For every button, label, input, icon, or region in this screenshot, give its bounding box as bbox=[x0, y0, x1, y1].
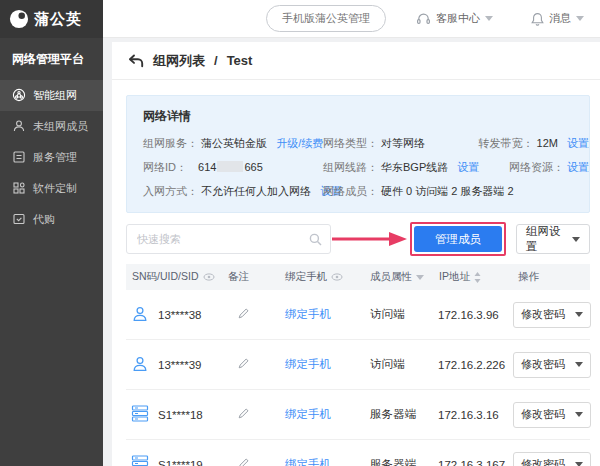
edit-note-icon[interactable] bbox=[238, 458, 249, 466]
sidebar-item-smart-network[interactable]: 智能组网 bbox=[0, 80, 103, 111]
edit-note-icon[interactable] bbox=[238, 408, 249, 419]
sidebar-item-software-customization[interactable]: 软件定制 bbox=[0, 173, 103, 204]
annotation-red-box: 管理成员 bbox=[410, 222, 506, 256]
member-user-icon bbox=[131, 355, 149, 375]
member-ip: 172.16.3.96 bbox=[438, 309, 499, 321]
breadcrumb-separator: / bbox=[214, 53, 218, 68]
field-network-id: 网络ID： 614665 bbox=[143, 160, 323, 175]
member-sn: S1****18 bbox=[158, 409, 203, 421]
member-attribute: 访问端 bbox=[370, 308, 405, 320]
member-server-icon bbox=[131, 405, 149, 424]
bind-phone-link[interactable]: 绑定手机 bbox=[285, 308, 331, 320]
breadcrumb-list-link[interactable]: 组网列表 bbox=[153, 52, 205, 70]
headset-icon bbox=[416, 12, 431, 26]
bind-phone-link[interactable]: 绑定手机 bbox=[285, 358, 331, 370]
messages-label: 消息 bbox=[549, 11, 571, 26]
field-network-resource: 网络资源： 设置 bbox=[509, 160, 589, 175]
person-icon bbox=[12, 119, 26, 135]
grid-icon bbox=[12, 181, 26, 197]
change-password-button[interactable]: 修改密码 bbox=[513, 402, 591, 428]
change-password-button[interactable]: 修改密码 bbox=[513, 302, 591, 328]
toolbar: 管理成员 组网设置 bbox=[126, 223, 590, 255]
field-join-method: 入网方式： 不允许任何人加入网络 设置 bbox=[143, 184, 323, 199]
support-center-menu[interactable]: 客服中心 bbox=[416, 11, 493, 26]
table-header: SN码/UID/SID 备注 绑定手机 成员属性 bbox=[126, 264, 590, 290]
column-sn: SN码/UID/SID bbox=[132, 270, 199, 284]
member-ip: 172.16.2.226 bbox=[438, 359, 505, 371]
change-password-button[interactable]: 修改密码 bbox=[513, 452, 591, 466]
network-settings-dropdown[interactable]: 组网设置 bbox=[516, 224, 590, 254]
member-attribute: 服务器端 bbox=[370, 408, 416, 420]
app-window: 蒲公英 网络管理平台 智能组网 未组网成员 服务管理 bbox=[0, 0, 600, 466]
breadcrumb: 组网列表 / Test bbox=[112, 42, 600, 80]
bind-phone-link[interactable]: 绑定手机 bbox=[285, 408, 331, 420]
field-network-type: 网络类型： 对等网络 bbox=[323, 136, 478, 151]
sidebar-item-purchasing[interactable]: 代购 bbox=[0, 204, 103, 235]
column-note: 备注 bbox=[228, 270, 249, 284]
member-attribute: 访问端 bbox=[370, 358, 405, 370]
column-phone: 绑定手机 bbox=[285, 270, 327, 284]
dandelion-logo-icon bbox=[9, 9, 29, 29]
resource-settings-link[interactable]: 设置 bbox=[567, 161, 589, 173]
details-title: 网络详情 bbox=[143, 108, 589, 125]
chevron-down-icon bbox=[576, 16, 584, 21]
mobile-admin-button[interactable]: 手机版蒲公英管理 bbox=[266, 5, 386, 32]
table-row: S1****18 绑定手机 服务器端 172.16.3.16 修改密码 bbox=[126, 390, 590, 440]
member-sn: 13****39 bbox=[158, 359, 201, 371]
messages-menu[interactable]: 消息 bbox=[531, 11, 584, 26]
member-server-icon bbox=[131, 455, 149, 466]
annotation-red-arrow bbox=[331, 231, 407, 247]
back-arrow-icon[interactable] bbox=[128, 54, 144, 68]
table-row: 13****38 绑定手机 访问端 172.16.3.96 修改密码 bbox=[126, 290, 590, 340]
box-check-icon bbox=[12, 212, 26, 228]
edit-note-icon[interactable] bbox=[238, 358, 249, 369]
field-forward-bandwidth: 转发带宽： 12M 设置 bbox=[478, 136, 589, 151]
line-settings-link[interactable]: 设置 bbox=[457, 161, 479, 173]
member-attribute: 服务器端 bbox=[370, 458, 416, 466]
sidebar-nav: 智能组网 未组网成员 服务管理 软件定制 bbox=[0, 80, 103, 235]
chevron-down-icon bbox=[575, 462, 583, 466]
card-body: 网络详情 组网服务： 蒲公英铂金版 升级/续费 网络类型： 对等网络 转发带宽：… bbox=[112, 80, 600, 466]
chevron-down-icon bbox=[572, 237, 580, 242]
sidebar: 蒲公英 网络管理平台 智能组网 未组网成员 服务管理 bbox=[0, 0, 103, 466]
bandwidth-settings-link[interactable]: 设置 bbox=[567, 137, 589, 149]
sidebar-item-label: 软件定制 bbox=[33, 181, 77, 196]
member-ip: 172.16.3.167 bbox=[438, 459, 505, 466]
bind-phone-link[interactable]: 绑定手机 bbox=[285, 458, 331, 466]
filter-caret-icon bbox=[416, 275, 424, 280]
column-ip-sort[interactable]: IP地址 bbox=[434, 270, 508, 284]
field-network-service: 组网服务： 蒲公英铂金版 升级/续费 bbox=[143, 136, 323, 151]
change-password-button[interactable]: 修改密码 bbox=[513, 352, 591, 378]
eye-icon[interactable] bbox=[203, 273, 215, 281]
column-attribute-filter[interactable]: 成员属性 bbox=[364, 270, 434, 284]
sidebar-item-label: 服务管理 bbox=[33, 150, 77, 165]
chevron-down-icon bbox=[485, 16, 493, 21]
network-icon bbox=[12, 88, 26, 104]
sidebar-item-ungrouped-members[interactable]: 未组网成员 bbox=[0, 111, 103, 142]
breadcrumb-current-network: Test bbox=[227, 53, 253, 68]
sidebar-title: 网络管理平台 bbox=[0, 38, 103, 80]
sidebar-item-label: 代购 bbox=[33, 212, 55, 227]
edit-note-icon[interactable] bbox=[238, 308, 249, 319]
search-icon[interactable] bbox=[309, 232, 322, 250]
sidebar-item-label: 未组网成员 bbox=[33, 119, 88, 134]
logo-text: 蒲公英 bbox=[34, 10, 82, 29]
redacted-id-segment bbox=[217, 161, 243, 172]
column-action: 操作 bbox=[518, 270, 539, 284]
table-row: 13****39 绑定手机 访问端 172.16.2.226 修改密码 bbox=[126, 340, 590, 390]
sidebar-item-service-management[interactable]: 服务管理 bbox=[0, 142, 103, 173]
field-network-members: 网络成员： 硬件 0 访问端 2 服务器端 2 bbox=[323, 184, 509, 199]
bell-icon bbox=[531, 12, 544, 26]
topbar: 手机版蒲公英管理 客服中心 消息 bbox=[103, 0, 600, 38]
chevron-down-icon bbox=[575, 312, 583, 317]
eye-icon[interactable] bbox=[331, 273, 343, 281]
network-details-panel: 网络详情 组网服务： 蒲公英铂金版 升级/续费 网络类型： 对等网络 转发带宽：… bbox=[126, 95, 590, 213]
sort-arrows-icon bbox=[474, 272, 481, 283]
support-center-label: 客服中心 bbox=[436, 11, 480, 26]
logo[interactable]: 蒲公英 bbox=[0, 0, 103, 38]
chevron-down-icon bbox=[575, 362, 583, 367]
upgrade-renew-link[interactable]: 升级/续费 bbox=[276, 137, 323, 149]
search-input[interactable] bbox=[126, 224, 331, 254]
manage-members-button[interactable]: 管理成员 bbox=[414, 226, 502, 252]
main-card: 组网列表 / Test 网络详情 组网服务： 蒲公英铂金版 升级/续费 网络类型… bbox=[112, 42, 600, 466]
